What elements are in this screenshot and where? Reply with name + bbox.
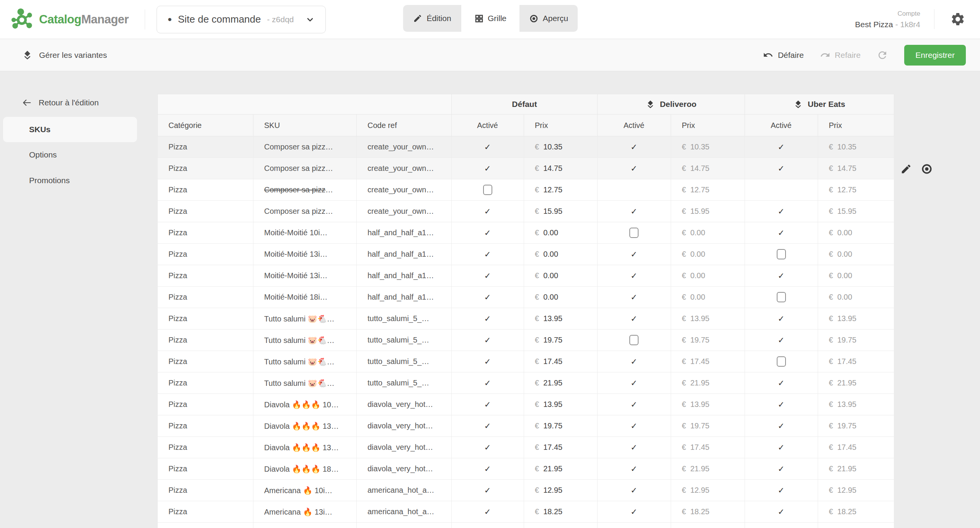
ubereats-enabled-checkbox[interactable] — [745, 244, 818, 265]
deliveroo-enabled-checkbox[interactable]: ✓ — [598, 136, 671, 158]
ubereats-price-cell[interactable]: €0.00 — [818, 287, 894, 308]
redo-button[interactable]: Refaire — [820, 50, 861, 60]
site-selector-dropdown[interactable]: • Site de commande - z6dqd — [157, 6, 325, 33]
ubereats-enabled-checkbox[interactable]: ✓ — [745, 437, 818, 458]
deliveroo-enabled-checkbox[interactable] — [598, 330, 671, 351]
default-price-cell[interactable]: €17.45 — [524, 437, 598, 458]
default-price-cell[interactable]: €21.95 — [524, 372, 598, 394]
ubereats-price-cell[interactable]: €10.35 — [818, 136, 894, 158]
default-enabled-checkbox[interactable]: ✓ — [452, 265, 524, 287]
default-enabled-checkbox[interactable]: ✓ — [452, 287, 524, 308]
ubereats-enabled-checkbox[interactable]: ✓ — [745, 458, 818, 480]
deliveroo-enabled-checkbox[interactable]: ✓ — [598, 415, 671, 437]
ubereats-enabled-checkbox[interactable]: ✓ — [745, 372, 818, 394]
default-enabled-checkbox[interactable]: ✓ — [452, 351, 524, 372]
default-enabled-checkbox[interactable]: ✓ — [452, 458, 524, 480]
ubereats-price-cell[interactable]: €0.00 — [818, 265, 894, 287]
default-price-cell[interactable]: €18.25 — [524, 501, 598, 523]
back-to-edition-link[interactable]: Retour à l'édition — [21, 97, 99, 108]
ubereats-price-cell[interactable]: €0.00 — [818, 244, 894, 265]
default-price-cell[interactable]: €10.35 — [524, 136, 598, 158]
deliveroo-price-cell[interactable]: €18.25 — [671, 501, 745, 523]
default-price-cell[interactable]: €21.95 — [524, 458, 598, 480]
deliveroo-price-cell[interactable]: €19.75 — [671, 415, 745, 437]
deliveroo-enabled-checkbox[interactable]: ✓ — [598, 437, 671, 458]
view-row-icon[interactable] — [921, 163, 933, 175]
deliveroo-price-cell[interactable]: €10.35 — [671, 136, 745, 158]
deliveroo-enabled-checkbox[interactable]: ✓ — [598, 308, 671, 330]
default-price-cell[interactable]: €13.95 — [524, 308, 598, 330]
deliveroo-enabled-checkbox[interactable]: ✓ — [598, 287, 671, 308]
deliveroo-enabled-checkbox[interactable]: ✓ — [598, 201, 671, 222]
default-price-cell[interactable]: €0.00 — [524, 222, 598, 244]
refresh-button[interactable] — [877, 49, 888, 61]
ubereats-price-cell[interactable]: €12.95 — [818, 480, 894, 501]
default-enabled-checkbox[interactable]: ✓ — [452, 330, 524, 351]
gear-icon[interactable] — [950, 11, 965, 27]
sidebar-item-promotions[interactable]: Promotions — [29, 176, 70, 185]
default-enabled-checkbox[interactable]: ✓ — [452, 201, 524, 222]
default-price-cell[interactable]: €15.95 — [524, 201, 598, 222]
deliveroo-enabled-checkbox[interactable]: ✓ — [598, 372, 671, 394]
deliveroo-price-cell[interactable]: €14.75 — [671, 158, 745, 179]
ubereats-enabled-checkbox[interactable]: ✓ — [745, 480, 818, 501]
tab-grille[interactable]: Grille — [461, 5, 519, 32]
default-price-cell[interactable]: €19.75 — [524, 330, 598, 351]
ubereats-enabled-checkbox[interactable] — [745, 179, 818, 201]
default-enabled-checkbox[interactable] — [452, 179, 524, 201]
deliveroo-price-cell[interactable]: €19.75 — [671, 330, 745, 351]
sidebar-item-options[interactable]: Options — [29, 150, 57, 159]
deliveroo-price-cell[interactable]: €21.95 — [671, 372, 745, 394]
ubereats-price-cell[interactable]: €12.75 — [818, 179, 894, 201]
ubereats-price-cell[interactable]: €19.75 — [818, 330, 894, 351]
default-enabled-checkbox[interactable]: ✓ — [452, 437, 524, 458]
deliveroo-price-cell[interactable]: €0.00 — [671, 222, 745, 244]
ubereats-enabled-checkbox[interactable]: ✓ — [745, 330, 818, 351]
deliveroo-enabled-checkbox[interactable]: ✓ — [598, 458, 671, 480]
ubereats-price-cell[interactable]: €21.95 — [818, 458, 894, 480]
manage-variants-button[interactable]: Gérer les variantes — [22, 39, 107, 71]
default-enabled-checkbox[interactable]: ✓ — [452, 480, 524, 501]
default-enabled-checkbox[interactable]: ✓ — [452, 372, 524, 394]
edit-row-icon[interactable] — [900, 163, 912, 175]
deliveroo-enabled-checkbox[interactable] — [598, 179, 671, 201]
ubereats-price-cell[interactable]: €19.75 — [818, 415, 894, 437]
default-price-cell[interactable]: €12.95 — [524, 480, 598, 501]
default-price-cell[interactable]: €17.45 — [524, 351, 598, 372]
default-enabled-checkbox[interactable]: ✓ — [452, 136, 524, 158]
deliveroo-price-cell[interactable]: €13.95 — [671, 308, 745, 330]
default-enabled-checkbox[interactable]: ✓ — [452, 158, 524, 179]
deliveroo-price-cell[interactable]: €21.95 — [671, 458, 745, 480]
deliveroo-enabled-checkbox[interactable]: ✓ — [598, 501, 671, 523]
deliveroo-price-cell[interactable]: €17.45 — [671, 351, 745, 372]
ubereats-enabled-checkbox[interactable]: ✓ — [745, 222, 818, 244]
ubereats-enabled-checkbox[interactable]: ✓ — [745, 501, 818, 523]
ubereats-price-cell[interactable]: €21.95 — [818, 372, 894, 394]
default-price-cell[interactable]: €19.75 — [524, 415, 598, 437]
ubereats-enabled-checkbox[interactable]: ✓ — [745, 415, 818, 437]
default-enabled-checkbox[interactable]: ✓ — [452, 222, 524, 244]
deliveroo-price-cell[interactable]: €17.45 — [671, 437, 745, 458]
default-price-cell[interactable]: €12.75 — [524, 179, 598, 201]
ubereats-price-cell[interactable]: €17.45 — [818, 351, 894, 372]
tab-edition[interactable]: Édition — [403, 5, 461, 32]
ubereats-enabled-checkbox[interactable]: ✓ — [745, 136, 818, 158]
ubereats-enabled-checkbox[interactable]: ✓ — [745, 265, 818, 287]
save-button[interactable]: Enregistrer — [904, 45, 966, 66]
deliveroo-enabled-checkbox[interactable] — [598, 222, 671, 244]
deliveroo-enabled-checkbox[interactable]: ✓ — [598, 394, 671, 415]
deliveroo-enabled-checkbox[interactable]: ✓ — [598, 480, 671, 501]
ubereats-price-cell[interactable]: €15.95 — [818, 201, 894, 222]
default-enabled-checkbox[interactable]: ✓ — [452, 501, 524, 523]
default-price-cell[interactable]: €0.00 — [524, 265, 598, 287]
ubereats-price-cell[interactable]: €18.25 — [818, 501, 894, 523]
undo-button[interactable]: Défaire — [763, 50, 804, 60]
ubereats-enabled-checkbox[interactable] — [745, 351, 818, 372]
ubereats-enabled-checkbox[interactable]: ✓ — [745, 158, 818, 179]
default-price-cell[interactable]: €13.95 — [524, 394, 598, 415]
sidebar-item-skus[interactable]: SKUs — [3, 117, 137, 142]
deliveroo-enabled-checkbox[interactable]: ✓ — [598, 158, 671, 179]
ubereats-enabled-checkbox[interactable]: ✓ — [745, 308, 818, 330]
deliveroo-price-cell[interactable]: €12.95 — [671, 480, 745, 501]
default-enabled-checkbox[interactable]: ✓ — [452, 415, 524, 437]
